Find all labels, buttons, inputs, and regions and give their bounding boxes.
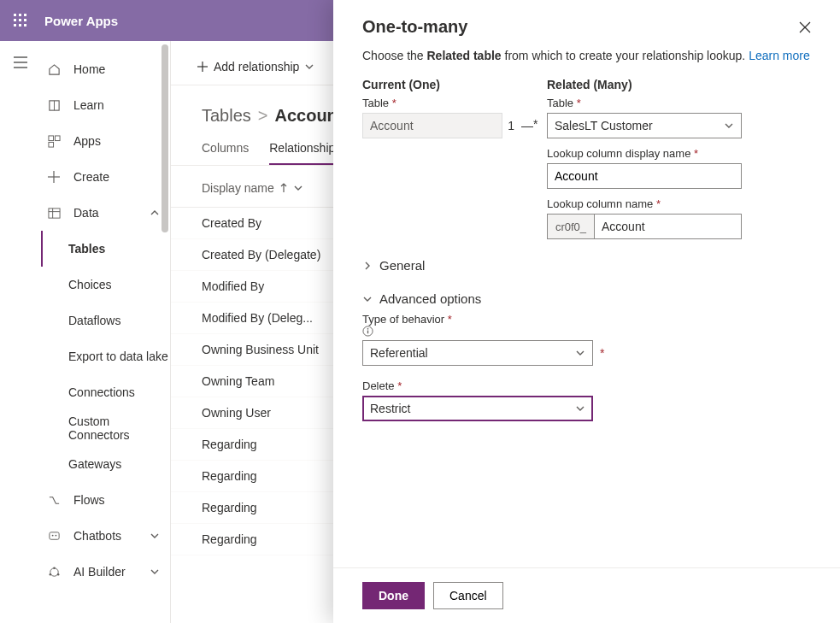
svg-rect-4 bbox=[19, 19, 21, 21]
svg-rect-3 bbox=[14, 19, 16, 21]
done-button[interactable]: Done bbox=[362, 582, 425, 609]
nav-chatbots[interactable]: Chatbots bbox=[41, 518, 170, 554]
nav-ai-builder[interactable]: AI Builder bbox=[41, 554, 170, 590]
add-relationship-label: Add relationship bbox=[214, 60, 299, 73]
nav-data[interactable]: Data bbox=[41, 195, 170, 231]
row-text: Created By (Delegate) bbox=[202, 248, 320, 262]
current-table-label: Table bbox=[362, 97, 533, 109]
svg-point-27 bbox=[49, 573, 50, 575]
row-text: Regarding bbox=[202, 501, 257, 514]
nav-gateways[interactable]: Gateways bbox=[41, 446, 170, 482]
cancel-button[interactable]: Cancel bbox=[433, 582, 503, 609]
current-heading: Current (One) bbox=[362, 78, 533, 91]
lookup-name-value: Account bbox=[602, 220, 645, 233]
close-icon[interactable] bbox=[799, 21, 811, 33]
row-text: Regarding bbox=[202, 532, 257, 546]
row-text: Owning Team bbox=[202, 374, 274, 388]
nav-data-label: Data bbox=[73, 206, 99, 220]
nav-flows[interactable]: Flows bbox=[41, 482, 170, 518]
plus-icon bbox=[46, 171, 62, 183]
nav-choices-label: Choices bbox=[68, 278, 112, 291]
svg-rect-19 bbox=[48, 208, 59, 217]
nav-custom-connectors-label: Custom Connectors bbox=[68, 414, 170, 442]
nav-gateways-label: Gateways bbox=[68, 457, 121, 471]
cardinality-star: * bbox=[533, 117, 537, 131]
relationship-panel: One-to-many Choose the Related table fro… bbox=[333, 0, 840, 623]
nav-create[interactable]: Create bbox=[41, 159, 170, 195]
done-button-label: Done bbox=[379, 589, 408, 602]
breadcrumb-tables[interactable]: Tables bbox=[202, 106, 251, 126]
ai-icon bbox=[46, 566, 62, 579]
nav-dataflows-label: Dataflows bbox=[68, 314, 120, 327]
svg-point-35 bbox=[367, 328, 369, 330]
lookup-name-prefix: cr0f0_ bbox=[547, 214, 595, 239]
svg-rect-6 bbox=[14, 24, 16, 26]
advanced-section-toggle[interactable]: Advanced options bbox=[362, 291, 811, 306]
nav-custom-connectors[interactable]: Custom Connectors bbox=[41, 410, 170, 446]
behavior-label: Type of behavior bbox=[362, 313, 811, 337]
svg-rect-2 bbox=[24, 14, 26, 16]
app-brand: Power Apps bbox=[41, 14, 118, 28]
nav-tables[interactable]: Tables bbox=[41, 231, 170, 267]
behavior-select[interactable]: Referential bbox=[362, 340, 593, 366]
info-icon[interactable] bbox=[362, 326, 811, 337]
tab-columns-label: Columns bbox=[202, 141, 249, 155]
svg-rect-0 bbox=[14, 14, 16, 16]
nav-apps-label: Apps bbox=[73, 134, 101, 148]
general-label: General bbox=[379, 258, 425, 273]
chevron-down-icon bbox=[575, 348, 585, 358]
tab-relationships[interactable]: Relationships bbox=[269, 136, 341, 165]
tab-columns[interactable]: Columns bbox=[202, 136, 249, 165]
behavior-value: Referential bbox=[370, 346, 428, 360]
row-text: Owning Business Unit bbox=[202, 343, 319, 356]
nav-home[interactable]: Home bbox=[41, 51, 170, 87]
general-section-toggle[interactable]: General bbox=[362, 258, 811, 273]
svg-point-24 bbox=[55, 534, 56, 536]
row-text: Regarding bbox=[202, 438, 257, 451]
table-icon bbox=[46, 207, 62, 220]
nav-export[interactable]: Export to data lake bbox=[41, 338, 170, 374]
related-table-label: Table bbox=[547, 97, 811, 109]
svg-rect-5 bbox=[24, 19, 26, 21]
chevron-down-icon bbox=[724, 120, 734, 131]
current-table-value: Account bbox=[370, 119, 414, 132]
hamburger-icon[interactable] bbox=[14, 56, 27, 68]
required-asterisk: * bbox=[600, 346, 604, 360]
waffle-icon[interactable] bbox=[0, 0, 41, 41]
row-text: Created By bbox=[202, 216, 261, 230]
nav-learn-label: Learn bbox=[73, 98, 104, 112]
column-header-label: Display name bbox=[202, 181, 274, 195]
svg-rect-14 bbox=[48, 135, 53, 140]
apps-icon bbox=[46, 135, 62, 148]
svg-rect-15 bbox=[55, 135, 60, 140]
row-text: Modified By bbox=[202, 279, 264, 293]
chevron-right-icon bbox=[362, 261, 373, 271]
add-relationship-button[interactable]: Add relationship bbox=[214, 60, 299, 73]
lookup-display-input[interactable] bbox=[547, 163, 742, 189]
svg-point-28 bbox=[56, 573, 58, 575]
svg-rect-16 bbox=[48, 142, 53, 147]
row-text: Regarding bbox=[202, 469, 257, 483]
learn-more-link[interactable]: Learn more bbox=[749, 49, 810, 62]
desc-b: Related table bbox=[427, 49, 502, 62]
related-table-value: SalesLT Customer bbox=[555, 119, 653, 132]
current-table-field: Account bbox=[362, 113, 502, 138]
chevron-down-icon bbox=[293, 183, 303, 193]
related-table-select[interactable]: SalesLT Customer bbox=[547, 113, 742, 138]
svg-rect-8 bbox=[24, 24, 26, 26]
nav-apps[interactable]: Apps bbox=[41, 123, 170, 159]
lookup-name-input[interactable]: cr0f0_ Account bbox=[547, 214, 742, 239]
nav-connections[interactable]: Connections bbox=[41, 374, 170, 410]
svg-point-25 bbox=[50, 567, 57, 575]
nav-dataflows[interactable]: Dataflows bbox=[41, 303, 170, 338]
chatbot-icon bbox=[46, 530, 62, 543]
chevron-down-icon bbox=[304, 62, 314, 72]
nav-choices[interactable]: Choices bbox=[41, 267, 170, 303]
nav-learn[interactable]: Learn bbox=[41, 87, 170, 123]
delete-select[interactable]: Restrict bbox=[362, 396, 593, 421]
cardinality-dash: — bbox=[521, 119, 533, 132]
lookup-display-value[interactable] bbox=[555, 169, 734, 183]
nav-scrollbar[interactable] bbox=[158, 41, 170, 623]
cardinality-one: 1 bbox=[508, 119, 514, 132]
panel-footer: Done Cancel bbox=[333, 567, 840, 623]
